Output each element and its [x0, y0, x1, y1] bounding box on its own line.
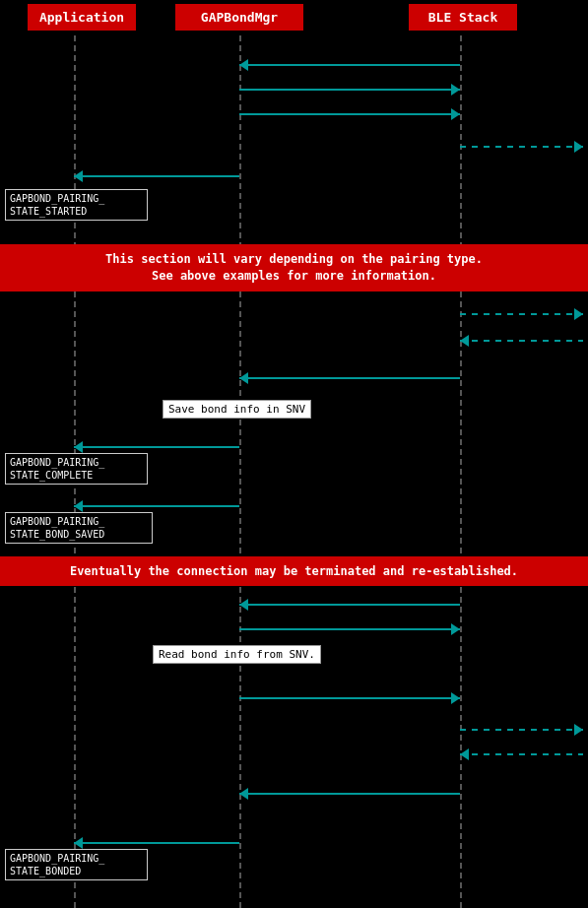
- arrow-7-dashed: [460, 340, 583, 342]
- state-complete: GAPBOND_PAIRING_STATE_COMPLETE: [5, 453, 148, 485]
- lifeline-box-app: Application: [28, 4, 136, 31]
- state-bond-saved: GAPBOND_PAIRING_STATE_BOND_SAVED: [5, 512, 153, 544]
- arrow-2: [239, 89, 460, 91]
- arrow-1: [239, 64, 460, 66]
- section-banner-1: This section will vary depending on the …: [0, 244, 588, 292]
- arrow-5: [74, 175, 239, 177]
- arrow-10: [74, 505, 239, 507]
- lifeline-gap: [239, 35, 241, 908]
- arrow-6-dashed: [460, 313, 583, 315]
- section-banner-2: Eventually the connection may be termina…: [0, 556, 588, 586]
- lifeline-ble: [460, 35, 462, 908]
- arrow-11: [239, 604, 460, 606]
- state-started: GAPBOND_PAIRING_STATE_STARTED: [5, 189, 148, 221]
- arrow-4-dashed: [460, 146, 583, 148]
- arrow-16: [239, 793, 460, 795]
- arrow-8: [239, 377, 460, 379]
- arrow-15-dashed: [460, 753, 583, 755]
- arrow-9: [74, 446, 239, 448]
- arrow-17: [74, 842, 239, 844]
- arrow-3: [239, 113, 460, 115]
- arrow-13: [239, 697, 460, 699]
- note-save-bond: Save bond info in SNV: [163, 400, 311, 419]
- note-read-bond: Read bond info from SNV.: [153, 645, 321, 664]
- lifeline-box-ble: BLE Stack: [409, 4, 517, 31]
- arrow-14-dashed: [460, 729, 583, 731]
- arrow-12: [239, 628, 460, 630]
- sequence-diagram: Application GAPBondMgr BLE Stack GAPBOND…: [0, 0, 588, 908]
- lifeline-box-gap: GAPBondMgr: [175, 4, 303, 31]
- state-bonded: GAPBOND_PAIRING_STATE_BONDED: [5, 849, 148, 880]
